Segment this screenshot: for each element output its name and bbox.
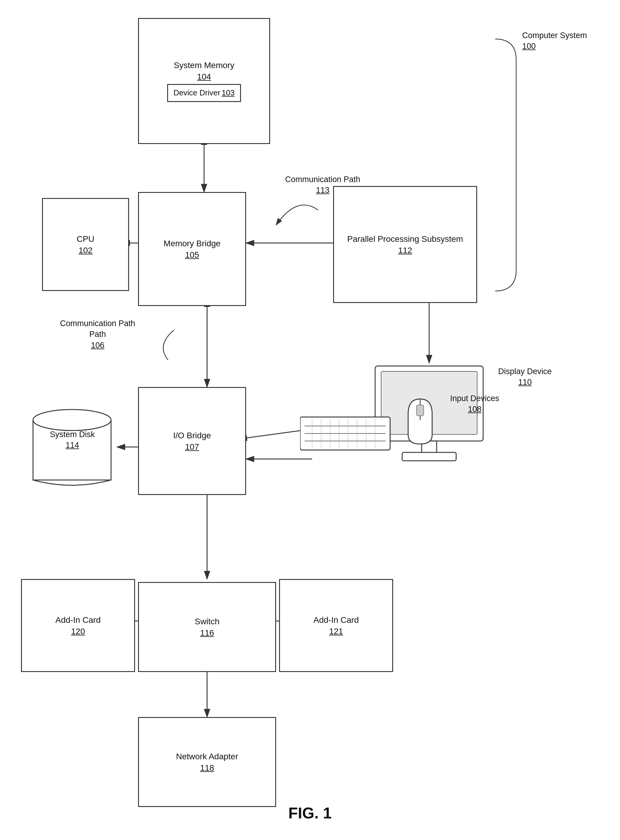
diagram: System Memory 104 Device Driver 103 CPU … <box>0 0 620 840</box>
system-memory-label: System Memory <box>174 60 234 71</box>
add-in-card-right-label: Add-In Card <box>314 615 359 625</box>
memory-bridge-box: Memory Bridge 105 <box>138 192 246 306</box>
cpu-label: CPU <box>77 234 94 245</box>
system-memory-box: System Memory 104 Device Driver 103 <box>138 18 270 144</box>
system-disk-cylinder <box>30 405 114 501</box>
io-bridge-box: I/O Bridge 107 <box>138 387 246 495</box>
display-device-label: Display Device 110 <box>498 366 552 388</box>
device-driver-label: Device Driver <box>173 88 220 97</box>
add-in-card-left-label: Add-In Card <box>56 615 101 625</box>
cpu-number: 102 <box>78 246 93 255</box>
device-driver-number: 103 <box>222 88 235 97</box>
svg-point-17 <box>33 410 111 430</box>
io-bridge-number: 107 <box>185 442 199 452</box>
parallel-processing-label: Parallel Processing Subsystem <box>347 234 463 245</box>
add-in-card-left-box: Add-In Card 120 <box>21 579 135 672</box>
add-in-card-left-number: 120 <box>71 627 85 636</box>
io-bridge-label: I/O Bridge <box>173 430 211 441</box>
add-in-card-right-box: Add-In Card 121 <box>279 579 393 672</box>
comm-path-113-label: Communication Path 113 <box>285 174 360 196</box>
network-adapter-label: Network Adapter <box>176 751 238 762</box>
fig-label: FIG. 1 <box>288 804 332 822</box>
cpu-box: CPU 102 <box>42 198 129 291</box>
switch-number: 116 <box>200 628 214 638</box>
memory-bridge-label: Memory Bridge <box>164 238 221 249</box>
input-devices-label: Input Devices 108 <box>450 393 500 415</box>
system-memory-number: 104 <box>197 72 211 82</box>
memory-bridge-number: 105 <box>185 250 199 260</box>
computer-system-label: Computer System 100 <box>522 30 587 52</box>
add-in-card-right-number: 121 <box>329 627 343 636</box>
parallel-processing-number: 112 <box>398 246 412 255</box>
comm-path-106-label: Communication Path Path 106 <box>60 318 135 351</box>
switch-box: Switch 116 <box>138 582 276 672</box>
parallel-processing-box: Parallel Processing Subsystem 112 <box>333 186 477 303</box>
mouse-shape <box>402 396 438 450</box>
switch-label: Switch <box>195 616 220 627</box>
network-adapter-number: 118 <box>200 763 214 773</box>
keyboard-shape <box>300 411 396 459</box>
svg-rect-21 <box>402 452 456 461</box>
svg-rect-35 <box>417 405 424 416</box>
network-adapter-box: Network Adapter 118 <box>138 717 276 807</box>
system-disk-label: System Disk 114 <box>35 429 110 451</box>
device-driver-box: Device Driver 103 <box>167 84 241 102</box>
